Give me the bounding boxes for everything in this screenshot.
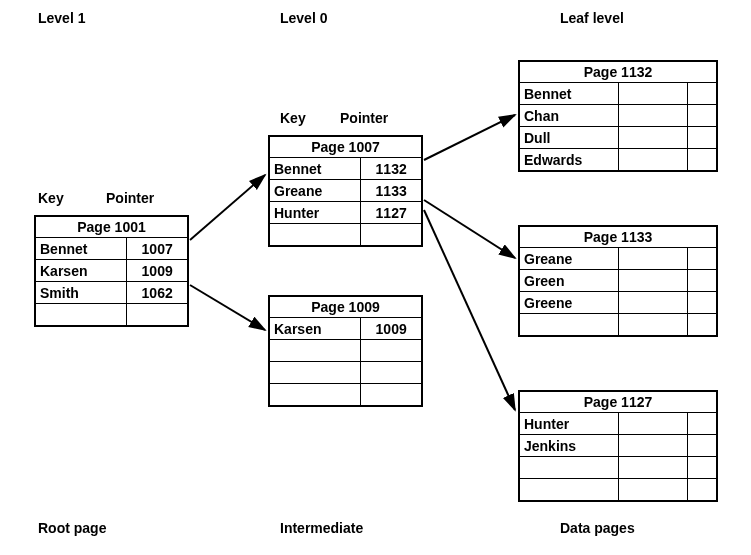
page-title: Page 1132 [519, 61, 717, 83]
label-key-2: Key [280, 110, 306, 126]
cell-empty [269, 340, 361, 362]
cell-empty [687, 457, 717, 479]
cell-empty [618, 270, 687, 292]
page-title: Page 1133 [519, 226, 717, 248]
cell-key: Chan [519, 105, 618, 127]
page-1009: Page 1009 Karsen1009 [268, 295, 423, 407]
cell-empty [618, 435, 687, 457]
page-1007: Page 1007 Bennet1132 Greane1133 Hunter11… [268, 135, 423, 247]
cell-key: Dull [519, 127, 618, 149]
page-title: Page 1001 [35, 216, 188, 238]
label-root: Root page [38, 520, 106, 536]
cell-key: Greane [269, 180, 361, 202]
arrow-1007-1133 [424, 200, 515, 258]
cell-empty [361, 224, 422, 247]
label-leaf: Leaf level [560, 10, 624, 26]
cell-empty [618, 105, 687, 127]
cell-key: Karsen [35, 260, 127, 282]
page-title: Page 1007 [269, 136, 422, 158]
label-intermediate: Intermediate [280, 520, 363, 536]
cell-empty [687, 292, 717, 314]
cell-empty [127, 304, 188, 327]
label-level0: Level 0 [280, 10, 327, 26]
cell-empty [361, 340, 422, 362]
label-level1: Level 1 [38, 10, 85, 26]
page-title: Page 1009 [269, 296, 422, 318]
cell-key: Jenkins [519, 435, 618, 457]
cell-empty [269, 362, 361, 384]
label-pointer-1: Pointer [106, 190, 154, 206]
label-key-1: Key [38, 190, 64, 206]
cell-empty [361, 384, 422, 407]
cell-key: Greane [519, 248, 618, 270]
cell-empty [269, 224, 361, 247]
cell-empty [519, 314, 618, 337]
cell-key: Bennet [519, 83, 618, 105]
page-1132: Page 1132 Bennet Chan Dull Edwards [518, 60, 718, 172]
label-pointer-2: Pointer [340, 110, 388, 126]
cell-key: Bennet [269, 158, 361, 180]
cell-key: Greene [519, 292, 618, 314]
cell-ptr: 1127 [361, 202, 422, 224]
page-1133: Page 1133 Greane Green Greene [518, 225, 718, 337]
cell-key: Hunter [519, 413, 618, 435]
cell-ptr: 1009 [127, 260, 188, 282]
cell-empty [618, 248, 687, 270]
cell-empty [618, 127, 687, 149]
cell-ptr: 1132 [361, 158, 422, 180]
cell-empty [618, 149, 687, 172]
arrow-1007-1132 [424, 115, 515, 160]
cell-empty [687, 105, 717, 127]
cell-key: Karsen [269, 318, 361, 340]
cell-ptr: 1007 [127, 238, 188, 260]
cell-empty [618, 83, 687, 105]
cell-empty [687, 479, 717, 502]
page-1001: Page 1001 Bennet1007 Karsen1009 Smith106… [34, 215, 189, 327]
cell-empty [687, 127, 717, 149]
cell-key: Edwards [519, 149, 618, 172]
cell-empty [687, 149, 717, 172]
cell-empty [618, 479, 687, 502]
cell-empty [519, 479, 618, 502]
label-data: Data pages [560, 520, 635, 536]
cell-empty [618, 457, 687, 479]
cell-ptr: 1133 [361, 180, 422, 202]
cell-empty [687, 248, 717, 270]
cell-key: Bennet [35, 238, 127, 260]
cell-empty [687, 83, 717, 105]
cell-empty [618, 314, 687, 337]
cell-empty [361, 362, 422, 384]
cell-empty [687, 435, 717, 457]
cell-key: Smith [35, 282, 127, 304]
arrow-1001-1007 [190, 175, 265, 240]
cell-empty [618, 413, 687, 435]
cell-ptr: 1062 [127, 282, 188, 304]
cell-empty [269, 384, 361, 407]
cell-empty [687, 413, 717, 435]
cell-empty [618, 292, 687, 314]
cell-empty [687, 270, 717, 292]
cell-key: Green [519, 270, 618, 292]
cell-ptr: 1009 [361, 318, 422, 340]
cell-empty [35, 304, 127, 327]
arrow-1001-1009 [190, 285, 265, 330]
page-1127: Page 1127 Hunter Jenkins [518, 390, 718, 502]
cell-key: Hunter [269, 202, 361, 224]
cell-empty [519, 457, 618, 479]
page-title: Page 1127 [519, 391, 717, 413]
arrow-1007-1127 [424, 210, 515, 410]
cell-empty [687, 314, 717, 337]
